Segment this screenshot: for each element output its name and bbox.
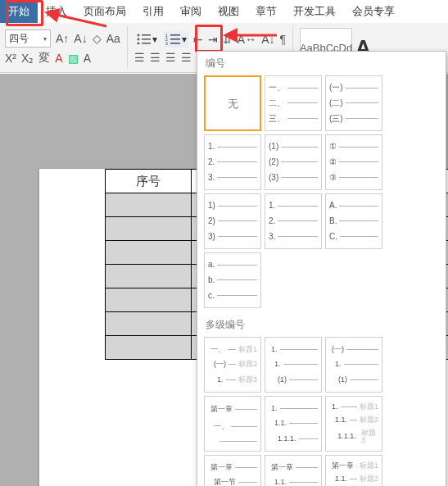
multilevel-option[interactable]: 第一章1.1.1.1.1. [265, 455, 322, 486]
panel-section-title: 编号 [197, 52, 446, 72]
font-size-combo[interactable]: 四号▾ [5, 30, 51, 48]
multilevel-option[interactable]: 第一章第一节第一条 [204, 455, 261, 486]
numbering-option[interactable]: 一、二、三、 [265, 75, 322, 131]
tab-view[interactable]: 视图 [210, 0, 247, 23]
multilevel-grid: 一、标题1(一)标题21.标题31.1.(1)(一)1.(1)第一章一、1.1.… [197, 334, 446, 486]
svg-rect-5 [142, 43, 151, 44]
numbering-option[interactable]: (1)(2)(3) [265, 134, 322, 190]
svg-rect-3 [142, 39, 151, 40]
svg-point-0 [137, 34, 139, 37]
numbering-option[interactable]: a.b.c. [204, 252, 261, 308]
decrease-indent-icon[interactable]: ⇤ [193, 33, 203, 46]
separator [127, 26, 128, 69]
tab-insert[interactable]: 插入 [38, 0, 75, 23]
change-case-icon[interactable]: Aa [106, 32, 120, 45]
numbering-option[interactable]: 1)2)3) [204, 193, 261, 249]
multilevel-option[interactable]: 1.标题11.1.标题21.1.1.标题3 [325, 396, 382, 452]
numbering-grid: 无一、二、三、(一)(二)(三)1.2.3.(1)(2)(3)①②③1)2)3)… [197, 72, 446, 313]
svg-point-4 [137, 43, 139, 45]
multilevel-option[interactable]: 第一章标题11.1.标题21.1.1.标题3 [325, 455, 382, 486]
numbering-option-none[interactable]: 无 [204, 75, 261, 131]
increase-indent-icon[interactable]: ⇥ [208, 33, 218, 46]
clear-format-icon[interactable]: ◇ [93, 32, 102, 45]
panel-section-title-multi: 多级编号 [197, 313, 446, 334]
tab-ref[interactable]: 引用 [134, 0, 172, 23]
svg-text:3: 3 [165, 41, 168, 46]
multilevel-option[interactable]: (一)1.(1) [325, 337, 382, 393]
numbered-list-button[interactable]: 123▾ [164, 31, 188, 48]
multilevel-option[interactable]: 第一章一、 [204, 396, 261, 452]
tab-chapter[interactable]: 章节 [247, 0, 285, 23]
text-direction-icon[interactable]: A↔ [238, 33, 256, 46]
font-color-icon[interactable]: A [55, 52, 62, 65]
svg-rect-1 [142, 34, 151, 36]
bullet-list-button[interactable]: ▾ [134, 31, 159, 48]
svg-rect-7 [170, 34, 180, 36]
align-left-icon[interactable]: ☰ [134, 51, 145, 64]
subscript-icon[interactable]: X₂ [21, 52, 34, 65]
grow-font-icon[interactable]: A↑ [56, 32, 69, 45]
sort-icon[interactable]: A↓ [261, 33, 274, 46]
multilevel-option[interactable]: 一、标题1(一)标题21.标题3 [204, 337, 261, 393]
tab-dev[interactable]: 开发工具 [285, 0, 344, 23]
svg-rect-9 [170, 39, 180, 40]
menubar: 开始 插入 页面布局 引用 审阅 视图 章节 开发工具 会员专享 [0, 0, 448, 23]
font-size-value: 四号 [9, 32, 29, 46]
numbering-option[interactable]: ①②③ [325, 134, 382, 190]
table-header-cell[interactable]: 序号 [106, 170, 192, 193]
align-center-icon[interactable]: ☰ [150, 51, 161, 64]
tab-review[interactable]: 审阅 [172, 0, 210, 23]
numbering-option[interactable]: 1.2.3. [204, 134, 261, 190]
superscript-icon[interactable]: X² [5, 52, 16, 65]
char-border-icon[interactable]: A [84, 52, 91, 65]
numbering-dropdown: 编号 无一、二、三、(一)(二)(三)1.2.3.(1)(2)(3)①②③1)2… [197, 51, 446, 486]
line-spacing-icon[interactable]: ⇵ [223, 33, 233, 46]
tab-start[interactable]: 开始 [0, 0, 38, 23]
shrink-font-icon[interactable]: A↓ [74, 32, 87, 45]
numbering-option[interactable]: A.B.C. [325, 193, 382, 249]
svg-point-2 [137, 39, 139, 41]
align-right-icon[interactable]: ☰ [165, 51, 176, 64]
multilevel-option[interactable]: 1.1.1.1.1.1. [265, 396, 322, 452]
tab-member[interactable]: 会员专享 [344, 0, 403, 23]
highlight-icon[interactable]: ▧ [68, 52, 79, 65]
numbering-option[interactable]: (一)(二)(三) [325, 75, 382, 131]
show-marks-icon[interactable]: ¶ [280, 33, 287, 46]
align-justify-icon[interactable]: ☰ [181, 51, 192, 64]
tab-layout[interactable]: 页面布局 [75, 0, 134, 23]
numbering-option[interactable]: 1.2.3. [265, 193, 322, 249]
chevron-down-icon: ▾ [43, 35, 47, 43]
phonetic-icon[interactable]: 変 [38, 51, 50, 66]
svg-rect-11 [170, 43, 180, 44]
multilevel-option[interactable]: 1.1.(1) [265, 337, 322, 393]
